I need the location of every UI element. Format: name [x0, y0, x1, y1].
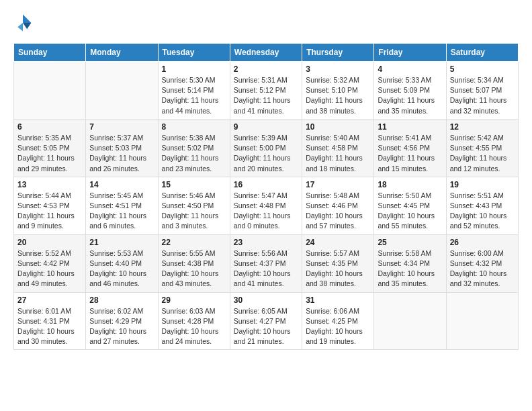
day-info: Sunrise: 5:52 AM Sunset: 4:42 PM Dayligh…: [17, 248, 82, 289]
calendar-day-cell: [374, 292, 446, 350]
day-info: Sunrise: 5:38 AM Sunset: 5:02 PM Dayligh…: [162, 133, 226, 174]
day-info: Sunrise: 5:39 AM Sunset: 5:00 PM Dayligh…: [234, 133, 298, 174]
day-info: Sunrise: 5:53 AM Sunset: 4:40 PM Dayligh…: [89, 248, 154, 289]
day-info: Sunrise: 5:44 AM Sunset: 4:53 PM Dayligh…: [17, 191, 82, 232]
weekday-header-row: SundayMondayTuesdayWednesdayThursdayFrid…: [14, 44, 519, 62]
day-info: Sunrise: 6:02 AM Sunset: 4:29 PM Dayligh…: [89, 306, 154, 347]
day-number: 7: [89, 122, 154, 132]
calendar-day-cell: 15Sunrise: 5:46 AM Sunset: 4:50 PM Dayli…: [158, 177, 230, 234]
day-info: Sunrise: 5:55 AM Sunset: 4:38 PM Dayligh…: [162, 248, 226, 289]
calendar-day-cell: 6Sunrise: 5:35 AM Sunset: 5:05 PM Daylig…: [14, 119, 86, 177]
calendar-day-cell: 14Sunrise: 5:45 AM Sunset: 4:51 PM Dayli…: [86, 177, 158, 234]
day-info: Sunrise: 5:34 AM Sunset: 5:07 PM Dayligh…: [450, 75, 515, 116]
calendar-day-cell: 30Sunrise: 6:05 AM Sunset: 4:27 PM Dayli…: [230, 292, 302, 350]
calendar-body: 1Sunrise: 5:30 AM Sunset: 5:14 PM Daylig…: [14, 62, 519, 350]
day-info: Sunrise: 6:03 AM Sunset: 4:28 PM Dayligh…: [162, 306, 226, 347]
day-info: Sunrise: 5:56 AM Sunset: 4:37 PM Dayligh…: [234, 248, 298, 289]
day-number: 10: [306, 122, 370, 132]
day-info: Sunrise: 5:40 AM Sunset: 4:58 PM Dayligh…: [306, 133, 370, 174]
day-number: 27: [17, 295, 82, 305]
calendar-day-cell: 10Sunrise: 5:40 AM Sunset: 4:58 PM Dayli…: [302, 119, 374, 177]
day-info: Sunrise: 5:31 AM Sunset: 5:12 PM Dayligh…: [234, 75, 298, 116]
day-number: 3: [306, 64, 370, 74]
calendar-day-cell: 18Sunrise: 5:50 AM Sunset: 4:45 PM Dayli…: [374, 177, 446, 234]
calendar-week-row: 27Sunrise: 6:01 AM Sunset: 4:31 PM Dayli…: [14, 292, 519, 350]
day-number: 22: [162, 238, 226, 247]
calendar-day-cell: 2Sunrise: 5:31 AM Sunset: 5:12 PM Daylig…: [230, 62, 302, 120]
day-number: 11: [378, 122, 442, 132]
day-number: 25: [378, 238, 442, 247]
day-info: Sunrise: 6:05 AM Sunset: 4:27 PM Dayligh…: [234, 306, 298, 347]
calendar-day-cell: 22Sunrise: 5:55 AM Sunset: 4:38 PM Dayli…: [158, 234, 230, 292]
day-info: Sunrise: 6:01 AM Sunset: 4:31 PM Dayligh…: [17, 306, 82, 347]
day-number: 14: [89, 180, 154, 189]
weekday-label: Saturday: [446, 44, 518, 62]
day-info: Sunrise: 5:58 AM Sunset: 4:34 PM Dayligh…: [378, 248, 442, 289]
day-info: Sunrise: 6:00 AM Sunset: 4:32 PM Dayligh…: [450, 248, 515, 289]
day-info: Sunrise: 5:45 AM Sunset: 4:51 PM Dayligh…: [89, 191, 154, 232]
calendar-day-cell: 21Sunrise: 5:53 AM Sunset: 4:40 PM Dayli…: [86, 234, 158, 292]
calendar-day-cell: [14, 62, 86, 120]
svg-marker-1: [23, 23, 31, 29]
day-info: Sunrise: 5:48 AM Sunset: 4:46 PM Dayligh…: [306, 191, 370, 232]
day-info: Sunrise: 5:50 AM Sunset: 4:45 PM Dayligh…: [378, 191, 442, 232]
day-number: 30: [234, 295, 298, 305]
calendar-day-cell: 27Sunrise: 6:01 AM Sunset: 4:31 PM Dayli…: [14, 292, 86, 350]
calendar-day-cell: 11Sunrise: 5:41 AM Sunset: 4:56 PM Dayli…: [374, 119, 446, 177]
day-info: Sunrise: 6:06 AM Sunset: 4:25 PM Dayligh…: [306, 306, 370, 347]
day-number: 2: [234, 64, 298, 74]
calendar-day-cell: 8Sunrise: 5:38 AM Sunset: 5:02 PM Daylig…: [158, 119, 230, 177]
calendar-day-cell: 13Sunrise: 5:44 AM Sunset: 4:53 PM Dayli…: [14, 177, 86, 234]
calendar-day-cell: 1Sunrise: 5:30 AM Sunset: 5:14 PM Daylig…: [158, 62, 230, 120]
weekday-label: Tuesday: [158, 44, 230, 62]
weekday-label: Thursday: [302, 44, 374, 62]
day-number: 24: [306, 238, 370, 247]
calendar-week-row: 20Sunrise: 5:52 AM Sunset: 4:42 PM Dayli…: [14, 234, 519, 292]
calendar-day-cell: 24Sunrise: 5:57 AM Sunset: 4:35 PM Dayli…: [302, 234, 374, 292]
calendar-day-cell: 4Sunrise: 5:33 AM Sunset: 5:09 PM Daylig…: [374, 62, 446, 120]
calendar-day-cell: 19Sunrise: 5:51 AM Sunset: 4:43 PM Dayli…: [446, 177, 518, 234]
day-number: 31: [306, 295, 370, 305]
day-number: 9: [234, 122, 298, 132]
day-info: Sunrise: 5:47 AM Sunset: 4:48 PM Dayligh…: [234, 191, 298, 232]
calendar-table: SundayMondayTuesdayWednesdayThursdayFrid…: [13, 43, 519, 350]
day-info: Sunrise: 5:46 AM Sunset: 4:50 PM Dayligh…: [162, 191, 226, 232]
calendar-week-row: 1Sunrise: 5:30 AM Sunset: 5:14 PM Daylig…: [14, 62, 519, 120]
weekday-label: Monday: [86, 44, 158, 62]
calendar-day-cell: 12Sunrise: 5:42 AM Sunset: 4:55 PM Dayli…: [446, 119, 518, 177]
day-number: 8: [162, 122, 226, 132]
calendar-day-cell: 20Sunrise: 5:52 AM Sunset: 4:42 PM Dayli…: [14, 234, 86, 292]
day-number: 6: [17, 122, 82, 132]
day-number: 21: [89, 238, 154, 247]
day-info: Sunrise: 5:37 AM Sunset: 5:03 PM Dayligh…: [89, 133, 154, 174]
calendar-day-cell: 28Sunrise: 6:02 AM Sunset: 4:29 PM Dayli…: [86, 292, 158, 350]
day-info: Sunrise: 5:35 AM Sunset: 5:05 PM Dayligh…: [17, 133, 82, 174]
page-header: [13, 13, 519, 32]
calendar-day-cell: 3Sunrise: 5:32 AM Sunset: 5:10 PM Daylig…: [302, 62, 374, 120]
weekday-label: Sunday: [14, 44, 86, 62]
svg-marker-2: [17, 23, 23, 31]
svg-marker-0: [23, 15, 31, 23]
calendar-day-cell: 16Sunrise: 5:47 AM Sunset: 4:48 PM Dayli…: [230, 177, 302, 234]
calendar-day-cell: 31Sunrise: 6:06 AM Sunset: 4:25 PM Dayli…: [302, 292, 374, 350]
day-info: Sunrise: 5:42 AM Sunset: 4:55 PM Dayligh…: [450, 133, 515, 174]
logo-icon: [13, 13, 32, 32]
day-number: 1: [162, 64, 226, 74]
day-number: 17: [306, 180, 370, 189]
day-number: 23: [234, 238, 298, 247]
day-info: Sunrise: 5:57 AM Sunset: 4:35 PM Dayligh…: [306, 248, 370, 289]
calendar-day-cell: 17Sunrise: 5:48 AM Sunset: 4:46 PM Dayli…: [302, 177, 374, 234]
calendar-day-cell: 29Sunrise: 6:03 AM Sunset: 4:28 PM Dayli…: [158, 292, 230, 350]
weekday-label: Wednesday: [230, 44, 302, 62]
calendar-day-cell: 26Sunrise: 6:00 AM Sunset: 4:32 PM Dayli…: [446, 234, 518, 292]
calendar-day-cell: 23Sunrise: 5:56 AM Sunset: 4:37 PM Dayli…: [230, 234, 302, 292]
day-info: Sunrise: 5:30 AM Sunset: 5:14 PM Dayligh…: [162, 75, 226, 116]
day-number: 5: [450, 64, 515, 74]
day-number: 12: [450, 122, 515, 132]
day-number: 29: [162, 295, 226, 305]
calendar-day-cell: [86, 62, 158, 120]
calendar-day-cell: 7Sunrise: 5:37 AM Sunset: 5:03 PM Daylig…: [86, 119, 158, 177]
day-info: Sunrise: 5:41 AM Sunset: 4:56 PM Dayligh…: [378, 133, 442, 174]
day-number: 20: [17, 238, 82, 247]
day-info: Sunrise: 5:33 AM Sunset: 5:09 PM Dayligh…: [378, 75, 442, 116]
